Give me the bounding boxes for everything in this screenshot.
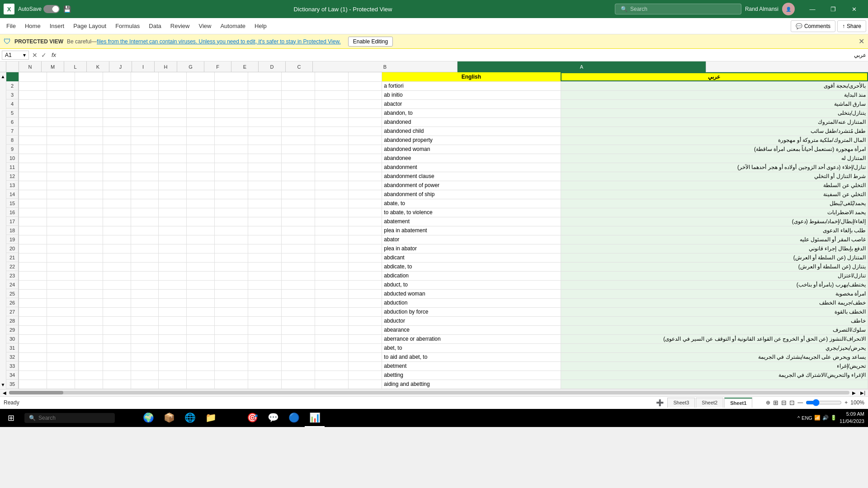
cell-empty[interactable]: [187, 145, 215, 154]
cell-empty[interactable]: [19, 172, 47, 181]
menu-home[interactable]: Home: [20, 20, 45, 32]
cell-a11[interactable]: تنازل/إخلاء (دعوى أحد الزوجين أولاده أو …: [561, 163, 868, 172]
cell-empty[interactable]: [349, 253, 382, 262]
cell-empty[interactable]: [248, 81, 281, 90]
menu-formulas[interactable]: Formulas: [111, 20, 144, 32]
cell-b19[interactable]: abator: [382, 235, 561, 244]
cell-empty[interactable]: [159, 253, 187, 262]
cell-empty[interactable]: [19, 81, 47, 90]
cell-a16[interactable]: يحمد الاضطرابات: [561, 208, 868, 217]
cell-l1[interactable]: [75, 72, 103, 81]
cell-empty[interactable]: [315, 361, 349, 371]
cell-empty[interactable]: [248, 298, 281, 307]
cell-empty[interactable]: [159, 325, 187, 334]
cell-empty[interactable]: [103, 136, 131, 145]
cell-empty[interactable]: [315, 108, 349, 117]
zoom-out-icon[interactable]: —: [797, 399, 803, 406]
cell-empty[interactable]: [214, 190, 248, 199]
cell-empty[interactable]: [131, 81, 159, 90]
cell-a24[interactable]: يختطف/يهرب (بامرأة أو بناخب): [561, 280, 868, 289]
cell-empty[interactable]: [315, 289, 349, 298]
cell-empty[interactable]: [19, 307, 47, 316]
cell-empty[interactable]: [187, 127, 215, 136]
cell-empty[interactable]: [103, 352, 131, 361]
taskbar-search-input[interactable]: [38, 415, 106, 421]
cell-empty[interactable]: [214, 145, 248, 154]
cell-empty[interactable]: [315, 280, 349, 289]
cell-empty[interactable]: [187, 81, 215, 90]
search-input[interactable]: [630, 6, 730, 12]
cell-empty[interactable]: [315, 244, 349, 253]
cell-empty[interactable]: [75, 172, 103, 181]
cell-empty[interactable]: [248, 271, 281, 280]
cell-empty[interactable]: [214, 208, 248, 217]
cell-empty[interactable]: [159, 172, 187, 181]
cell-b13[interactable]: abandonment of power: [382, 181, 561, 190]
cell-empty[interactable]: [248, 316, 281, 325]
row-num-7[interactable]: 7: [6, 127, 19, 136]
cell-b1-header[interactable]: English: [382, 72, 561, 81]
cell-empty[interactable]: [281, 289, 315, 298]
cell-empty[interactable]: [281, 99, 315, 108]
cell-empty[interactable]: [281, 108, 315, 117]
cell-b17[interactable]: abatement: [382, 217, 561, 226]
cell-empty[interactable]: [159, 127, 187, 136]
cell-a23[interactable]: تنازل/اعتزال: [561, 271, 868, 280]
cell-empty[interactable]: [19, 181, 47, 190]
minimize-button[interactable]: —: [802, 2, 823, 16]
cell-b33[interactable]: abetment: [382, 361, 561, 371]
cell-empty[interactable]: [281, 217, 315, 226]
cell-empty[interactable]: [214, 262, 248, 271]
cell-empty[interactable]: [19, 361, 47, 371]
protected-view-close[interactable]: ✕: [859, 37, 864, 46]
cell-empty[interactable]: [187, 334, 215, 343]
cell-c1[interactable]: [349, 72, 382, 81]
cell-empty[interactable]: [19, 316, 47, 325]
cell-empty[interactable]: [187, 172, 215, 181]
cell-empty[interactable]: [281, 298, 315, 307]
cell-empty[interactable]: [159, 181, 187, 190]
cell-empty[interactable]: [248, 90, 281, 99]
menu-review[interactable]: Review: [166, 20, 194, 32]
cell-a5[interactable]: يتنازل/يتخلى: [561, 108, 868, 117]
cell-empty[interactable]: [159, 316, 187, 325]
cell-empty[interactable]: [75, 307, 103, 316]
cell-empty[interactable]: [187, 190, 215, 199]
taskbar-maps[interactable]: 🌍: [138, 409, 158, 427]
cell-empty[interactable]: [47, 307, 75, 316]
taskbar-files[interactable]: 📁: [201, 409, 221, 427]
cell-empty[interactable]: [248, 262, 281, 271]
close-button[interactable]: ✕: [844, 2, 864, 16]
cell-a22[interactable]: يتنازل (عن السلطة أو العرش): [561, 262, 868, 271]
cell-empty[interactable]: [187, 271, 215, 280]
cell-empty[interactable]: [19, 262, 47, 271]
cell-empty[interactable]: [103, 181, 131, 190]
cell-empty[interactable]: [349, 208, 382, 217]
cell-empty[interactable]: [131, 117, 159, 127]
cell-empty[interactable]: [159, 199, 187, 208]
cell-empty[interactable]: [75, 154, 103, 163]
sheet-tab-sheet2[interactable]: Sheet2: [696, 398, 723, 408]
cell-empty[interactable]: [187, 380, 215, 389]
cell-a21[interactable]: المتنازل (عن السلطة أو العرش): [561, 253, 868, 262]
cell-empty[interactable]: [19, 298, 47, 307]
page-layout-view-icon[interactable]: ⊟: [781, 399, 787, 406]
cell-empty[interactable]: [315, 136, 349, 145]
cell-empty[interactable]: [187, 136, 215, 145]
cell-m1[interactable]: [47, 72, 75, 81]
cell-a34[interactable]: الإغراء والتحريض/الاشتراك في الجريمة: [561, 371, 868, 380]
cell-empty[interactable]: [19, 99, 47, 108]
cell-empty[interactable]: [103, 371, 131, 380]
cell-empty[interactable]: [281, 343, 315, 352]
cell-empty[interactable]: [47, 145, 75, 154]
cell-empty[interactable]: [187, 163, 215, 172]
cell-empty[interactable]: [19, 154, 47, 163]
cell-empty[interactable]: [349, 190, 382, 199]
cell-reference-box[interactable]: A1 ▾: [2, 51, 29, 60]
avatar[interactable]: 👤: [782, 3, 795, 15]
cell-empty[interactable]: [47, 172, 75, 181]
cell-empty[interactable]: [103, 190, 131, 199]
cell-empty[interactable]: [349, 361, 382, 371]
cell-empty[interactable]: [159, 226, 187, 235]
cell-empty[interactable]: [248, 136, 281, 145]
